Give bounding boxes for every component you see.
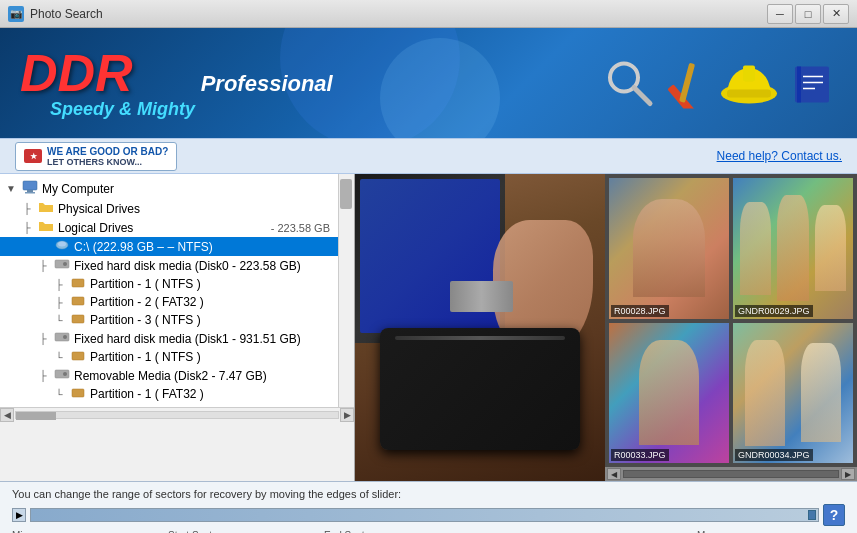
tree-scrollbar[interactable]	[338, 174, 354, 407]
tree-content: ▼ My Computer ├ Physical Drives ├	[0, 174, 354, 407]
disk0-p2-label: Partition - 2 ( FAT32 )	[90, 295, 204, 309]
rating-badge[interactable]: ★ WE ARE GOOD OR BAD? LET OTHERS KNOW...	[15, 142, 177, 171]
thumbnail-item-4[interactable]: GNDR00034.JPG	[733, 323, 853, 464]
tree-item-disk2-p1[interactable]: └ Partition - 1 ( FAT32 )	[0, 385, 354, 403]
tree-item-physical[interactable]: ├ Physical Drives	[0, 199, 354, 218]
title-bar: 📷 Photo Search ─ □ ✕	[0, 0, 857, 28]
maximize-button[interactable]: □	[795, 4, 821, 24]
thumb-label-4: GNDR00034.JPG	[735, 449, 813, 461]
svg-rect-24	[72, 352, 84, 360]
folder-icon	[37, 220, 55, 235]
physical-drives-label: Physical Drives	[58, 202, 140, 216]
slider-thumb[interactable]	[808, 510, 816, 520]
disk-icon	[53, 258, 71, 273]
partition-icon	[69, 313, 87, 327]
tagline: Speedy & Mighty	[50, 99, 333, 120]
svg-rect-27	[72, 389, 84, 397]
preview-panel: R00028.JPG GNDR00029.JPG	[355, 174, 857, 481]
computer-icon	[21, 180, 39, 197]
disk-icon	[53, 368, 71, 383]
disk2-p1-label: Partition - 1 ( FAT32 )	[90, 387, 204, 401]
partition-icon	[69, 295, 87, 309]
disk1-label: Fixed hard disk media (Disk1 - 931.51 GB…	[74, 332, 301, 346]
thumbnail-item-3[interactable]: R00033.JPG	[609, 323, 729, 464]
thumb-scroll-track[interactable]	[623, 470, 839, 478]
disk0-p1-label: Partition - 1 ( NTFS )	[90, 277, 201, 291]
main-preview-area: R00028.JPG GNDR00029.JPG	[355, 174, 857, 481]
thumb-label-1: R00028.JPG	[611, 305, 669, 317]
window-controls: ─ □ ✕	[767, 4, 849, 24]
tree-hscrollbar[interactable]: ◀ ▶	[0, 407, 354, 421]
minimize-button[interactable]: ─	[767, 4, 793, 24]
tree-item-disk0-p3[interactable]: └ Partition - 3 ( NTFS )	[0, 311, 354, 329]
tree-item-disk0[interactable]: ├ Fixed hard disk media (Disk0 - 223.58 …	[0, 256, 354, 275]
window-title: Photo Search	[30, 7, 767, 21]
svg-rect-20	[72, 297, 84, 305]
tree-scroll-thumb	[340, 179, 352, 209]
svg-rect-14	[25, 192, 35, 194]
partition-icon	[69, 387, 87, 401]
sector-help-button[interactable]: ?	[823, 504, 845, 526]
svg-rect-13	[27, 190, 33, 192]
expand-icon[interactable]: ├	[20, 222, 34, 233]
hscroll-left-arrow[interactable]: ◀	[0, 408, 14, 422]
expand-icon: └	[52, 352, 66, 363]
close-button[interactable]: ✕	[823, 4, 849, 24]
main-preview-image	[355, 174, 605, 481]
tree-item-root[interactable]: ▼ My Computer	[0, 178, 354, 199]
expand-icon: ├	[52, 297, 66, 308]
disk2-label: Removable Media (Disk2 - 7.47 GB)	[74, 369, 267, 383]
svg-rect-19	[72, 279, 84, 287]
partition-icon	[69, 350, 87, 364]
svg-rect-12	[23, 181, 37, 190]
tree-item-disk0-p2[interactable]: ├ Partition - 2 ( FAT32 )	[0, 293, 354, 311]
expand-icon[interactable]: ├	[20, 203, 34, 214]
info-bar: ★ WE ARE GOOD OR BAD? LET OTHERS KNOW...…	[0, 138, 857, 174]
c-drive-label: C:\ (222.98 GB – – NTFS)	[74, 240, 213, 254]
expand-icon[interactable]: ├	[36, 370, 50, 381]
rating-icon: ★	[24, 149, 42, 163]
thumb-scroll-right[interactable]: ▶	[841, 468, 855, 480]
hscroll-thumb	[16, 412, 56, 420]
tree-item-disk2[interactable]: ├ Removable Media (Disk2 - 7.47 GB)	[0, 366, 354, 385]
tree-panel[interactable]: ▼ My Computer ├ Physical Drives ├	[0, 174, 355, 407]
professional-text: Professional	[201, 71, 333, 97]
tree-item-logical[interactable]: ├ Logical Drives - 223.58 GB	[0, 218, 354, 237]
slider-left-arrow[interactable]: ▶	[12, 508, 26, 522]
tree-item-disk0-p1[interactable]: ├ Partition - 1 ( NTFS )	[0, 275, 354, 293]
svg-point-26	[63, 372, 67, 376]
folder-icon	[37, 201, 55, 216]
thumbnail-item-1[interactable]: R00028.JPG	[609, 178, 729, 319]
hscroll-track[interactable]	[15, 411, 339, 419]
thumbnail-grid: R00028.JPG GNDR00029.JPG	[605, 174, 857, 467]
svg-point-18	[63, 262, 67, 266]
expand-icon: └	[52, 389, 66, 400]
svg-point-16	[58, 242, 66, 247]
tree-item-disk1-p1[interactable]: └ Partition - 1 ( NTFS )	[0, 348, 354, 366]
app-icon: 📷	[8, 6, 24, 22]
thumb-scroll-left[interactable]: ◀	[607, 468, 621, 480]
sector-area: You can change the range of sectors for …	[0, 481, 857, 533]
hscroll-right-arrow[interactable]: ▶	[340, 408, 354, 422]
svg-rect-21	[72, 315, 84, 323]
thumbnail-item-2[interactable]: GNDR00029.JPG	[733, 178, 853, 319]
expand-icon: └	[52, 315, 66, 326]
drive-icon	[53, 239, 71, 254]
expand-icon[interactable]: ├	[36, 260, 50, 271]
disk0-label: Fixed hard disk media (Disk0 - 223.58 GB…	[74, 259, 301, 273]
main-area: ▼ My Computer ├ Physical Drives ├	[0, 174, 857, 481]
help-link[interactable]: Need help? Contact us.	[717, 149, 842, 163]
badge-text: WE ARE GOOD OR BAD? LET OTHERS KNOW...	[47, 146, 168, 167]
slider-track[interactable]	[30, 508, 819, 522]
left-panel: ▼ My Computer ├ Physical Drives ├	[0, 174, 355, 481]
tree-item-disk1[interactable]: ├ Fixed hard disk media (Disk1 - 931.51 …	[0, 329, 354, 348]
thumbnail-scrollbar[interactable]: ◀ ▶	[605, 467, 857, 481]
logical-drives-label: Logical Drives	[58, 221, 133, 235]
expand-icon[interactable]: ▼	[4, 183, 18, 194]
svg-point-23	[63, 335, 67, 339]
tree-item-c-drive[interactable]: C:\ (222.98 GB – – NTFS)	[0, 237, 354, 256]
expand-icon[interactable]: ├	[36, 333, 50, 344]
thumb-label-2: GNDR00029.JPG	[735, 305, 813, 317]
expand-icon: ├	[52, 279, 66, 290]
tree-root-label: My Computer	[42, 182, 114, 196]
